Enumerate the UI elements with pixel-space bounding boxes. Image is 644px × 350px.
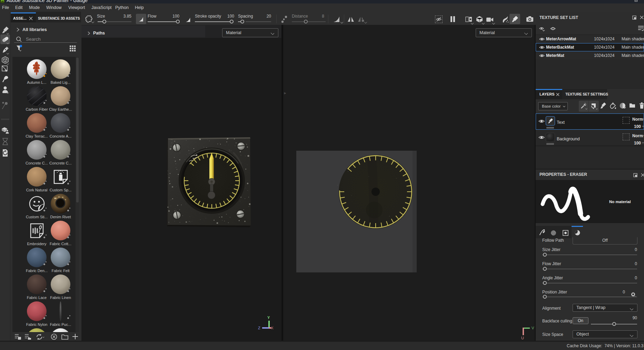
svg-text:1: 1	[552, 28, 554, 30]
